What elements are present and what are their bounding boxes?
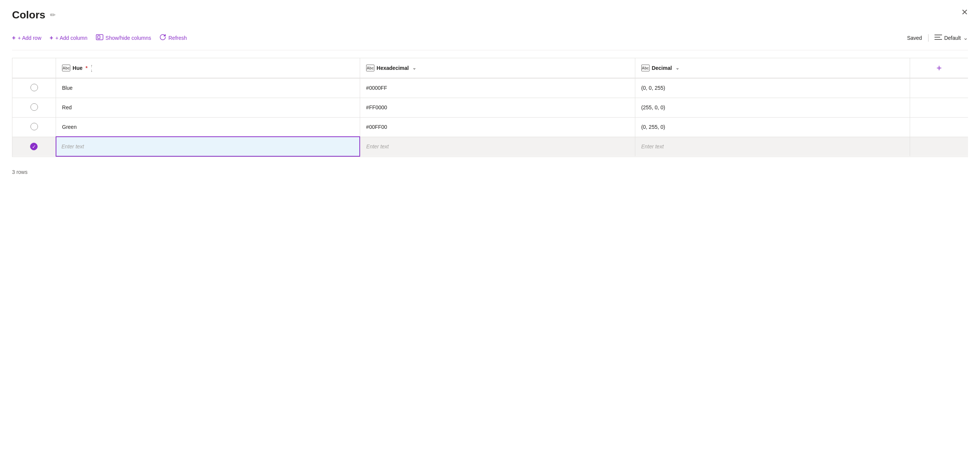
- close-button[interactable]: ✕: [961, 8, 968, 16]
- row-1-selector[interactable]: [13, 78, 56, 98]
- new-row-hue-input[interactable]: Enter text: [56, 137, 360, 156]
- hue-sort-icons: ↑ ↓: [91, 64, 93, 73]
- dec-chevron-icon[interactable]: ⌄: [676, 65, 679, 71]
- hex-type-icon: Abc: [366, 65, 374, 71]
- default-view-button[interactable]: Default ⌄: [934, 34, 968, 41]
- add-column-button[interactable]: + + Add column: [47, 32, 93, 44]
- row-1-hue[interactable]: Blue: [56, 78, 360, 98]
- new-row-radio-checked[interactable]: ✓: [30, 143, 38, 150]
- new-row-dec-placeholder: Enter text: [641, 143, 664, 149]
- row-1-hex[interactable]: #0000FF: [360, 78, 635, 98]
- new-row-empty: [910, 137, 968, 156]
- svg-rect-1: [98, 36, 100, 39]
- th-add-col[interactable]: +: [910, 58, 968, 78]
- new-row-hue-placeholder: Enter text: [62, 143, 84, 149]
- plus-icon-2: +: [49, 35, 53, 41]
- refresh-label: Refresh: [169, 35, 187, 41]
- th-selector: [13, 58, 56, 78]
- row-2-empty: [910, 98, 968, 117]
- row-2-radio[interactable]: [30, 103, 38, 111]
- table-footer: 3 rows: [12, 169, 968, 175]
- row-3-selector[interactable]: [13, 117, 56, 137]
- new-row-hex-placeholder: Enter text: [366, 143, 389, 149]
- row-1-empty: [910, 78, 968, 98]
- row-2-dec[interactable]: (255, 0, 0): [635, 98, 910, 117]
- row-3-empty: [910, 117, 968, 137]
- th-hue[interactable]: Abc Hue * ↑ ↓: [56, 58, 360, 78]
- row-3-radio[interactable]: [30, 123, 38, 130]
- lines-icon: [934, 34, 942, 41]
- hue-col-label: Hue: [73, 65, 82, 71]
- new-row: ✓ Enter text Enter text Enter text: [13, 137, 968, 156]
- page-header: Colors ✏: [12, 9, 968, 21]
- row-2-selector[interactable]: [13, 98, 56, 117]
- hue-required-star: *: [85, 65, 87, 71]
- row-1-radio[interactable]: [30, 84, 38, 91]
- table-row: Green #00FF00 (0, 255, 0): [13, 117, 968, 137]
- svg-rect-0: [96, 35, 103, 40]
- show-hide-button[interactable]: Show/hide columns: [93, 32, 156, 44]
- new-row-selector[interactable]: ✓: [13, 137, 56, 156]
- row-3-dec[interactable]: (0, 255, 0): [635, 117, 910, 137]
- data-table-wrapper: Abc Hue * ↑ ↓ Abc Hexadecimal: [12, 58, 968, 157]
- show-hide-icon: [96, 34, 103, 41]
- plus-icon: +: [12, 35, 16, 41]
- default-label: Default: [944, 35, 961, 41]
- saved-label: Saved: [907, 35, 922, 41]
- edit-icon[interactable]: ✏: [50, 11, 56, 19]
- refresh-button[interactable]: Refresh: [156, 32, 192, 44]
- hue-sort-up[interactable]: ↑: [91, 64, 93, 68]
- hex-chevron-icon[interactable]: ⌄: [412, 65, 416, 71]
- th-decimal[interactable]: Abc Decimal ⌄: [635, 58, 910, 78]
- table-header-row: Abc Hue * ↑ ↓ Abc Hexadecimal: [13, 58, 968, 78]
- add-column-btn-header[interactable]: +: [916, 63, 962, 73]
- hue-type-icon: Abc: [62, 65, 70, 71]
- data-table: Abc Hue * ↑ ↓ Abc Hexadecimal: [13, 58, 968, 157]
- row-1-dec[interactable]: (0, 0, 255): [635, 78, 910, 98]
- toolbar-right: Saved Default ⌄: [907, 34, 968, 42]
- toolbar-divider: [928, 34, 929, 42]
- row-2-hex[interactable]: #FF0000: [360, 98, 635, 117]
- table-row: Blue #0000FF (0, 0, 255): [13, 78, 968, 98]
- add-column-label: + Add column: [55, 35, 87, 41]
- show-hide-label: Show/hide columns: [106, 35, 151, 41]
- toolbar: + + Add row + + Add column Show/hide col…: [12, 32, 968, 50]
- new-row-dec-input[interactable]: Enter text: [635, 137, 910, 156]
- row-3-hex[interactable]: #00FF00: [360, 117, 635, 137]
- th-hexadecimal[interactable]: Abc Hexadecimal ⌄: [360, 58, 635, 78]
- table-row: Red #FF0000 (255, 0, 0): [13, 98, 968, 117]
- row-2-hue[interactable]: Red: [56, 98, 360, 117]
- page-title: Colors: [12, 9, 46, 21]
- refresh-icon: [159, 34, 166, 42]
- page-wrapper: ✕ Colors ✏ + + Add row + + Add column Sh…: [0, 0, 980, 187]
- rows-count-label: 3 rows: [12, 169, 27, 175]
- chevron-down-icon: ⌄: [963, 34, 968, 41]
- dec-type-icon: Abc: [641, 65, 649, 71]
- new-row-hex-input[interactable]: Enter text: [360, 137, 635, 156]
- row-3-hue[interactable]: Green: [56, 117, 360, 137]
- add-row-button[interactable]: + + Add row: [12, 32, 47, 44]
- hex-col-label: Hexadecimal: [377, 65, 409, 71]
- add-row-label: + Add row: [18, 35, 41, 41]
- hue-sort-down[interactable]: ↓: [91, 68, 93, 73]
- dec-col-label: Decimal: [652, 65, 672, 71]
